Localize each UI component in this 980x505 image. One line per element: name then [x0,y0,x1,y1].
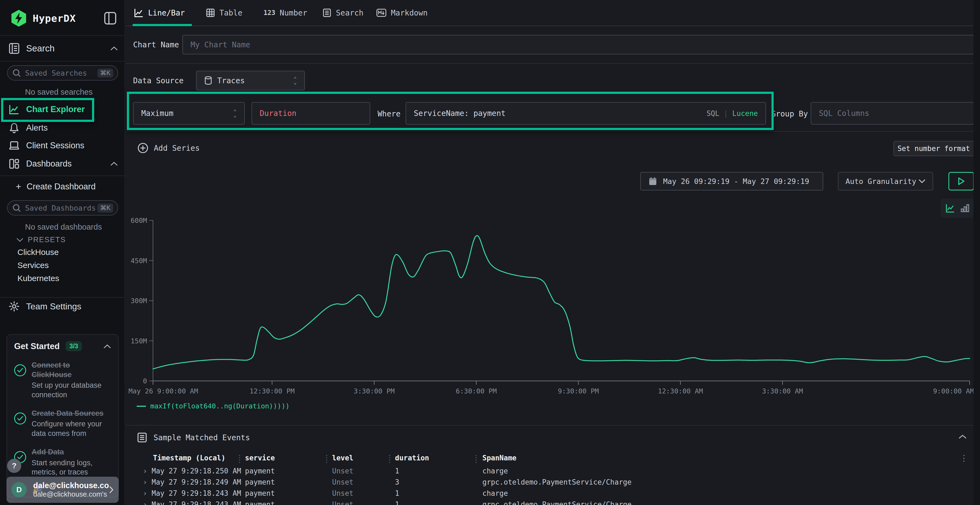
table-row[interactable]: › May 27 9:29:18.243 AM payment Unset 1 … [126,489,974,500]
field-value: Duration [260,109,296,118]
chart-type-tabbar: Line/Bar Table 123 Number Search Markdow… [126,0,974,26]
saved-dashboards-input[interactable]: Saved Dashboards ⌘K [7,200,118,216]
column-resize-handle[interactable] [239,455,240,463]
chart-name-label: Chart Name [133,40,179,49]
list-document-icon [322,8,332,17]
table-row[interactable]: › May 27 9:29:18.250 AM payment Unset 1 … [126,467,974,478]
get-started-item[interactable]: Create Data Sources Configure where your… [14,409,111,438]
events-collapse-chevron-icon[interactable] [958,434,967,439]
svg-text:450M: 450M [130,257,147,265]
col-level[interactable]: level [332,454,353,462]
field-input[interactable]: Duration [251,102,370,125]
lucene-toggle[interactable]: Lucene [732,110,758,118]
col-timestamp[interactable]: Timestamp (Local) [153,454,225,462]
events-panel-title: Sample Matched Events [154,433,250,442]
sidebar-collapse-icon[interactable] [104,11,116,25]
col-service[interactable]: service [245,454,275,462]
column-resize-handle[interactable] [389,455,390,463]
date-range-picker[interactable]: May 26 09:29:19 - May 27 09:29:19 [640,172,823,191]
get-started-item[interactable]: Connect to ClickHouse Set up your databa… [14,360,111,399]
group-by-input[interactable]: SQL Columns [811,102,974,125]
avatar: D [11,482,27,497]
search-section-icon [8,43,20,54]
add-series-button[interactable]: Add Series [137,143,200,154]
preset-clickhouse[interactable]: ClickHouse [18,248,59,257]
search-icon [12,68,21,78]
get-started-title: Get Started [14,341,60,351]
tab-markdown[interactable]: Markdown [376,0,428,25]
gear-icon [8,301,20,312]
table-row[interactable]: › May 27 9:29:18.243 AM payment Unset 1 … [126,500,974,505]
tab-line-bar[interactable]: Line/Bar [134,0,185,25]
svg-text:12:30:00 PM: 12:30:00 PM [250,387,295,395]
toggle-separator: | [724,110,728,118]
chevron-up-icon[interactable] [103,344,111,349]
aggregation-select[interactable]: Maximum ⌃⌄ [133,102,245,125]
number-123-icon: 123 [264,9,275,17]
sidebar: HyperDX Search Saved Searches [0,0,125,505]
tab-search[interactable]: Search [322,0,363,25]
saved-searches-input[interactable]: Saved Searches ⌘K [7,65,118,81]
tab-table[interactable]: Table [206,0,242,25]
get-started-item[interactable]: Add Data Start sending logs, metrics, or… [14,447,111,477]
table-icon [206,8,215,17]
chart-name-input[interactable]: My Chart Name [182,35,974,54]
tab-number[interactable]: 123 Number [264,0,307,25]
user-menu[interactable]: D dale@clickhouse.com dale@clickhouse.co… [6,477,119,503]
get-started-badge: 3/3 [65,341,82,351]
plus-circle-icon [137,143,148,154]
events-panel-header: Sample Matched Events [137,432,250,443]
where-label: Where [377,110,401,118]
column-resize-handle[interactable] [476,455,477,463]
svg-text:3:30:00 PM: 3:30:00 PM [354,387,395,395]
events-table-header: Timestamp (Local) service level duration… [126,454,974,466]
run-query-button[interactable] [948,172,974,191]
data-source-select[interactable]: Traces ⌃⌄ [196,71,305,91]
no-saved-searches-text: No saved searches [25,87,92,97]
svg-text:May 26 9:00:00 AM: May 26 9:00:00 AM [129,387,198,395]
calendar-icon [648,176,657,186]
col-spanname[interactable]: SpanName [482,454,516,462]
svg-text:9:00:00 AM: 9:00:00 AM [933,387,974,395]
kebab-menu-icon[interactable]: ⋮ [960,453,968,463]
sidebar-section-dashboards[interactable]: Dashboards [8,158,118,169]
row-expand-chevron[interactable]: › [143,489,147,497]
sidebar-item-team-settings[interactable]: Team Settings [8,301,81,312]
select-updown-icon: ⌃⌄ [293,77,297,84]
row-expand-chevron[interactable]: › [143,478,147,486]
row-expand-chevron[interactable]: › [143,467,147,475]
sidebar-section-search[interactable]: Search [8,43,118,54]
col-duration[interactable]: duration [395,454,429,462]
no-saved-dashboards-text: No saved dashboards [25,222,102,232]
where-input[interactable]: ServiceName: payment SQL | Lucene [406,102,766,125]
timeseries-chart[interactable]: 0150M300M450M600MMay 26 9:00:00 AM12:30:… [129,196,974,397]
play-icon [958,177,965,185]
sidebar-item-alerts[interactable]: Alerts [8,122,48,133]
svg-text:12:30:00 AM: 12:30:00 AM [658,387,703,395]
user-email: dale@clickhouse.com [33,481,109,490]
preset-kubernetes[interactable]: Kubernetes [18,274,59,283]
chart-legend: maxIf(toFloat640..ng(Duration))))) [137,402,290,410]
presets-toggle[interactable]: PRESETS [16,236,66,244]
search-icon [12,203,21,213]
chart-explorer-icon [8,104,20,115]
data-source-label: Data Source [133,76,183,85]
help-button[interactable]: ? [7,459,21,473]
preset-services[interactable]: Services [18,260,49,270]
granularity-select[interactable]: Auto Granularity [838,172,933,191]
bell-icon [8,122,20,133]
legend-series-name: maxIf(toFloat640..ng(Duration))))) [150,402,290,410]
sql-toggle[interactable]: SQL [706,110,719,118]
chevron-right-icon [109,486,114,494]
table-row[interactable]: › May 27 9:29:18.249 AM payment Unset 3 … [126,478,974,489]
laptop-icon [8,140,20,151]
column-resize-handle[interactable] [326,455,327,463]
active-tab-underline [132,24,192,26]
row-expand-chevron[interactable]: › [143,500,147,505]
set-number-format-button[interactable]: Set number format [893,141,974,156]
chart-canvas: 0150M300M450M600MMay 26 9:00:00 AM12:30:… [129,196,974,397]
create-dashboard-button[interactable]: + Create Dashboard [16,181,95,192]
svg-text:0: 0 [143,377,147,385]
sidebar-item-client-sessions[interactable]: Client Sessions [8,140,84,151]
sidebar-item-chart-explorer[interactable]: Chart Explorer [8,104,85,115]
